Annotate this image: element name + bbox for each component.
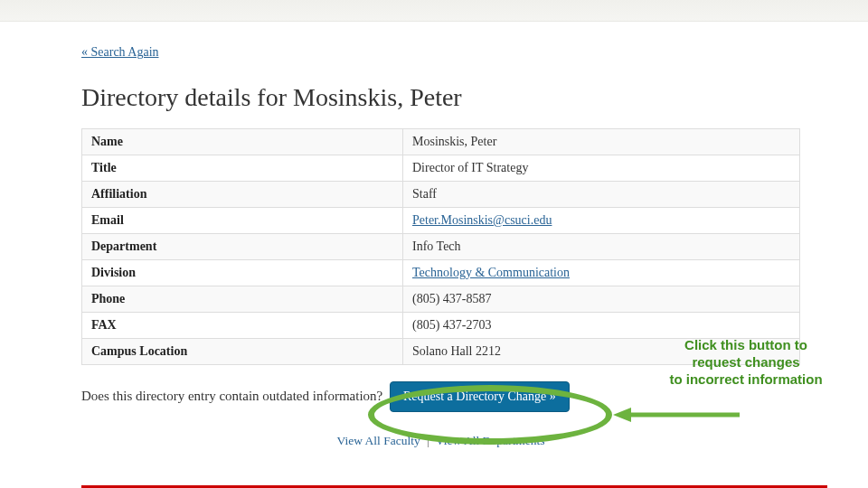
row-label: Campus Location	[82, 339, 403, 365]
view-all-departments-link[interactable]: View All Departments	[436, 434, 545, 447]
table-row: Phone(805) 437-8587	[82, 286, 800, 313]
search-again-link[interactable]: « Search Again	[81, 45, 159, 60]
page-title: Directory details for Mosinskis, Peter	[81, 83, 800, 112]
row-label: FAX	[82, 313, 403, 339]
row-label: Affiliation	[82, 182, 403, 208]
details-table: NameMosinskis, PeterTitleDirector of IT …	[81, 128, 800, 365]
row-value: Solano Hall 2212	[403, 339, 800, 365]
row-label: Title	[82, 155, 403, 182]
row-value: Director of IT Strategy	[403, 155, 800, 182]
top-banner	[0, 0, 868, 22]
row-label: Phone	[82, 286, 403, 313]
row-value: (805) 437-2703	[403, 313, 800, 339]
row-value-link[interactable]: Technology & Communication	[412, 266, 570, 279]
table-row: Campus LocationSolano Hall 2212	[82, 339, 800, 365]
table-row: EmailPeter.Mosinskis@csuci.edu	[82, 208, 800, 234]
main-container: « Search Again Directory details for Mos…	[0, 22, 868, 448]
row-value: (805) 437-8587	[403, 286, 800, 313]
row-label: Division	[82, 260, 403, 286]
view-all-faculty-link[interactable]: View All Faculty	[336, 434, 420, 447]
request-change-button[interactable]: Request a Directory Change »	[390, 381, 570, 412]
table-row: DivisionTechnology & Communication	[82, 260, 800, 286]
footer-divider: |	[427, 434, 429, 447]
row-value-link[interactable]: Peter.Mosinskis@csuci.edu	[412, 213, 552, 227]
row-value: Staff	[403, 182, 800, 208]
prompt-text: Does this directory entry contain outdat…	[81, 389, 382, 403]
table-row: AffiliationStaff	[82, 182, 800, 208]
footer-links: View All Faculty | View All Departments	[81, 434, 800, 448]
table-row: DepartmentInfo Tech	[82, 234, 800, 260]
row-label: Email	[82, 208, 403, 234]
row-label: Name	[82, 129, 403, 155]
row-value: Info Tech	[403, 234, 800, 260]
row-value: Peter.Mosinskis@csuci.edu	[403, 208, 800, 234]
prompt-row: Does this directory entry contain outdat…	[81, 381, 800, 412]
table-row: TitleDirector of IT Strategy	[82, 155, 800, 182]
table-row: FAX(805) 437-2703	[82, 313, 800, 339]
row-value: Mosinskis, Peter	[403, 129, 800, 155]
table-row: NameMosinskis, Peter	[82, 129, 800, 155]
row-label: Department	[82, 234, 403, 260]
row-value: Technology & Communication	[403, 260, 800, 286]
